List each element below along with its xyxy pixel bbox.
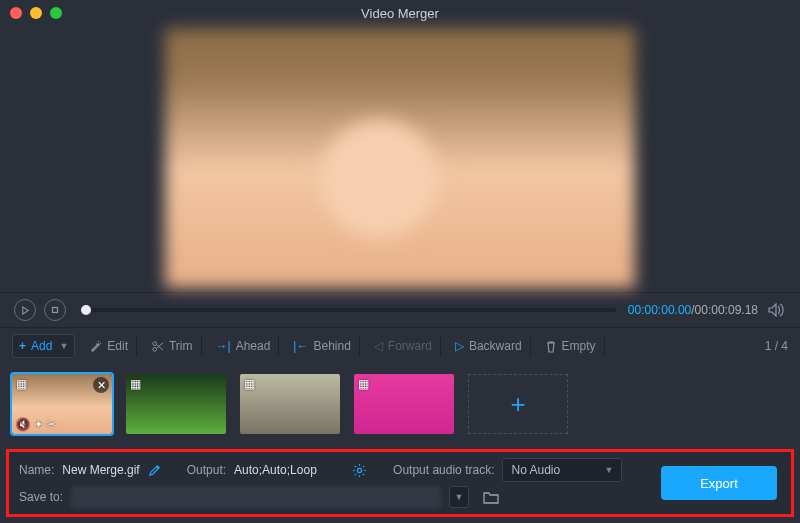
- clip-thumbnail[interactable]: ▦: [354, 374, 454, 434]
- save-path-dropdown[interactable]: ▼: [449, 486, 469, 508]
- remove-clip-button[interactable]: ✕: [93, 377, 109, 393]
- svg-rect-0: [53, 308, 58, 313]
- empty-button[interactable]: Empty: [537, 335, 605, 357]
- name-value: New Merge.gif: [62, 463, 139, 477]
- svg-point-2: [153, 341, 157, 345]
- ahead-icon: →|: [216, 339, 231, 353]
- svg-point-1: [153, 347, 157, 351]
- behind-icon: |←: [293, 339, 308, 353]
- playback-bar: 00:00:00.00/00:00:09.18: [0, 292, 800, 328]
- svg-point-3: [358, 468, 362, 472]
- clip-strip: ▦ ✕ 🔇 ✦ ✂ ▦ ▦ ▦ +: [0, 364, 800, 444]
- add-button[interactable]: + Add ▼: [12, 334, 75, 358]
- film-icon: ▦: [16, 377, 27, 391]
- wand-icon: [89, 340, 102, 353]
- film-icon: ▦: [358, 377, 369, 391]
- backward-icon: ▷: [455, 339, 464, 353]
- video-preview[interactable]: [165, 28, 635, 288]
- volume-button[interactable]: [768, 303, 786, 317]
- behind-button[interactable]: |← Behind: [285, 335, 360, 357]
- cut-icon: ✂: [47, 418, 56, 431]
- chevron-down-icon: ▼: [455, 492, 464, 502]
- export-settings-panel: Name: New Merge.gif Output: Auto;Auto;Lo…: [6, 449, 794, 517]
- export-label: Export: [700, 476, 738, 491]
- film-icon: ▦: [130, 377, 141, 391]
- window-title: Video Merger: [0, 6, 800, 21]
- add-clip-button[interactable]: +: [468, 374, 568, 434]
- stop-icon: [51, 306, 59, 314]
- play-icon: [21, 306, 30, 315]
- clip-badges: 🔇 ✦ ✂: [16, 418, 56, 431]
- edit-button[interactable]: Edit: [81, 335, 137, 357]
- play-button[interactable]: [14, 299, 36, 321]
- edit-name-button[interactable]: [148, 464, 161, 477]
- scissors-icon: [151, 340, 164, 353]
- titlebar: Video Merger: [0, 0, 800, 26]
- add-label: Add: [31, 339, 52, 353]
- name-label: Name:: [19, 463, 54, 477]
- folder-icon: [483, 491, 499, 504]
- film-icon: ▦: [244, 377, 255, 391]
- volume-icon: [768, 303, 786, 317]
- export-button[interactable]: Export: [661, 466, 777, 500]
- ahead-button[interactable]: →| Ahead: [208, 335, 280, 357]
- stop-button[interactable]: [44, 299, 66, 321]
- forward-button[interactable]: ◁ Forward: [366, 335, 441, 357]
- preview-area: [0, 26, 800, 292]
- pencil-icon: [148, 464, 161, 477]
- seek-knob[interactable]: [81, 305, 91, 315]
- chevron-down-icon: ▼: [605, 465, 614, 475]
- mute-icon: 🔇: [16, 418, 30, 431]
- fx-icon: ✦: [34, 418, 43, 431]
- seek-bar[interactable]: [86, 308, 616, 312]
- clip-thumbnail[interactable]: ▦ ✕ 🔇 ✦ ✂: [12, 374, 112, 434]
- save-label: Save to:: [19, 490, 63, 504]
- current-time: 00:00:00.00: [628, 303, 691, 317]
- forward-icon: ◁: [374, 339, 383, 353]
- clip-thumbnail[interactable]: ▦: [240, 374, 340, 434]
- browse-folder-button[interactable]: [483, 491, 499, 504]
- trim-button[interactable]: Trim: [143, 335, 202, 357]
- trash-icon: [545, 340, 557, 353]
- backward-button[interactable]: ▷ Backward: [447, 335, 531, 357]
- audio-value: No Audio: [511, 463, 560, 477]
- save-path-field[interactable]: [71, 486, 441, 508]
- plus-icon: +: [19, 339, 26, 353]
- chevron-down-icon: ▼: [59, 341, 68, 351]
- output-label: Output:: [187, 463, 226, 477]
- clip-counter: 1 / 4: [765, 339, 788, 353]
- gear-icon: [352, 463, 367, 478]
- plus-icon: +: [510, 389, 525, 420]
- total-time: 00:00:09.18: [695, 303, 758, 317]
- output-settings-button[interactable]: [352, 463, 367, 478]
- toolbar: + Add ▼ Edit Trim →| Ahead |← Behind ◁ F…: [0, 328, 800, 364]
- time-display: 00:00:00.00/00:00:09.18: [628, 303, 758, 317]
- output-value: Auto;Auto;Loop: [234, 463, 344, 477]
- audio-label: Output audio track:: [393, 463, 494, 477]
- clip-thumbnail[interactable]: ▦: [126, 374, 226, 434]
- audio-track-select[interactable]: No Audio ▼: [502, 458, 622, 482]
